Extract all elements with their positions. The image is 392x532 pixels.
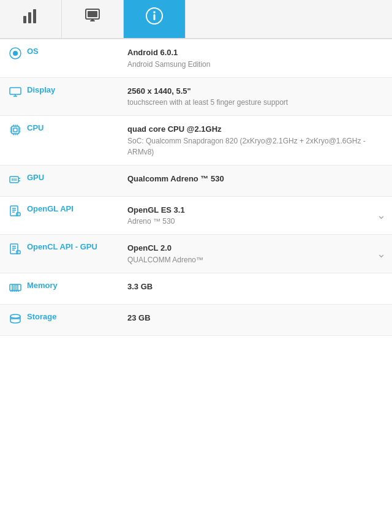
value-opencl: OpenCL 2.0QUALCOMM Adreno™⌄ [123,235,392,273]
row-storage: Storage 23 GB [0,305,392,336]
display-icon [9,86,22,101]
svg-rect-45 [10,284,21,291]
main-gpu: Qualcomm Adreno ™ 530 [127,173,383,185]
main-cpu: quad core CPU @2.1GHz [127,123,383,135]
label-opengl: OpenGL API [0,197,123,235]
svg-rect-1 [28,12,31,23]
label-text-storage: Storage [27,312,56,321]
main-os: Android 6.0.1 [127,47,383,59]
label-text-opencl: OpenCL API - GPU [27,242,97,251]
svg-rect-44 [17,251,20,254]
svg-rect-12 [10,88,21,94]
os-icon [9,47,22,63]
memory-icon [9,281,22,297]
label-gpu: GPU [0,165,123,196]
label-text-memory: Memory [27,281,58,290]
gpu-icon [9,173,22,189]
svg-rect-16 [13,128,17,132]
value-memory: 3.3 GB [123,273,392,304]
value-opengl: OpenGL ES 3.1Adreno ™ 530⌄ [123,197,392,235]
graphics-icon [22,7,39,28]
label-text-gpu: GPU [27,173,44,182]
row-memory: Memory 3.3 GB [0,273,392,305]
dropdown-arrow-opencl[interactable]: ⌄ [377,245,386,262]
svg-rect-8 [154,14,156,20]
value-cpu: quad core CPU @2.1GHzSoC: Qualcomm Snapd… [123,116,392,165]
row-gpu: GPU Qualcomm Adreno ™ 530 [0,165,392,197]
svg-rect-2 [33,9,36,23]
info-rows: OS Android 6.0.1Android Samsung Edition … [0,39,392,336]
label-cpu: CPU [0,116,123,165]
tab-graphics[interactable] [0,0,62,38]
label-text-display: Display [27,85,55,94]
row-os: OS Android 6.0.1Android Samsung Edition [0,39,392,78]
value-storage: 23 GB [123,305,392,335]
label-opencl: OpenCL API - GPU [0,235,123,273]
sub-opencl: QUALCOMM Adreno™ [127,254,383,265]
svg-rect-39 [17,213,20,216]
svg-rect-6 [91,19,94,21]
sub-opengl: Adreno ™ 530 [127,216,383,227]
svg-point-11 [13,51,18,56]
row-opengl: OpenGL API OpenGL ES 3.1Adreno ™ 530⌄ [0,197,392,235]
compute-icon [84,7,101,28]
main-memory: 3.3 GB [127,281,383,293]
dropdown-arrow-opengl[interactable]: ⌄ [377,207,386,224]
cpu-icon [9,124,22,139]
row-opencl: OpenCL API - GPU OpenCL 2.0QUALCOMM Adre… [0,235,392,273]
info-icon [146,7,163,28]
main-opencl: OpenCL 2.0 [127,242,383,254]
label-os: OS [0,39,123,77]
svg-rect-4 [88,11,97,17]
opencl-icon [9,243,22,258]
sub-os: Android Samsung Edition [127,59,383,70]
sub-cpu: SoC: Qualcomm Snapdragon 820 (2xKryo@2.1… [127,135,383,158]
label-text-cpu: CPU [27,123,43,132]
sub-display: touchscreen with at least 5 finger gestu… [127,97,383,108]
storage-icon [9,313,22,328]
row-cpu: CPU quad core CPU @2.1GHzSoC: Qualcomm S… [0,116,392,165]
main-opengl: OpenGL ES 3.1 [127,204,383,216]
tab-bar [0,0,392,39]
svg-point-55 [10,314,20,318]
svg-rect-0 [23,16,26,23]
tab-info[interactable] [124,0,186,38]
main-display: 2560 x 1440, 5.5" [127,85,383,97]
value-os: Android 6.0.1Android Samsung Edition [123,39,392,77]
label-text-opengl: OpenGL API [27,204,74,213]
opengl-icon [9,205,22,220]
label-text-os: OS [27,47,39,56]
value-display: 2560 x 1440, 5.5"touchscreen with at lea… [123,78,392,116]
svg-point-9 [153,11,156,13]
label-memory: Memory [0,273,123,304]
label-storage: Storage [0,305,123,335]
svg-rect-15 [12,126,19,134]
value-gpu: Qualcomm Adreno ™ 530 [123,165,392,196]
row-display: Display 2560 x 1440, 5.5"touchscreen wit… [0,78,392,116]
tab-compute[interactable] [62,0,124,38]
label-display: Display [0,78,123,116]
main-storage: 23 GB [127,312,383,324]
